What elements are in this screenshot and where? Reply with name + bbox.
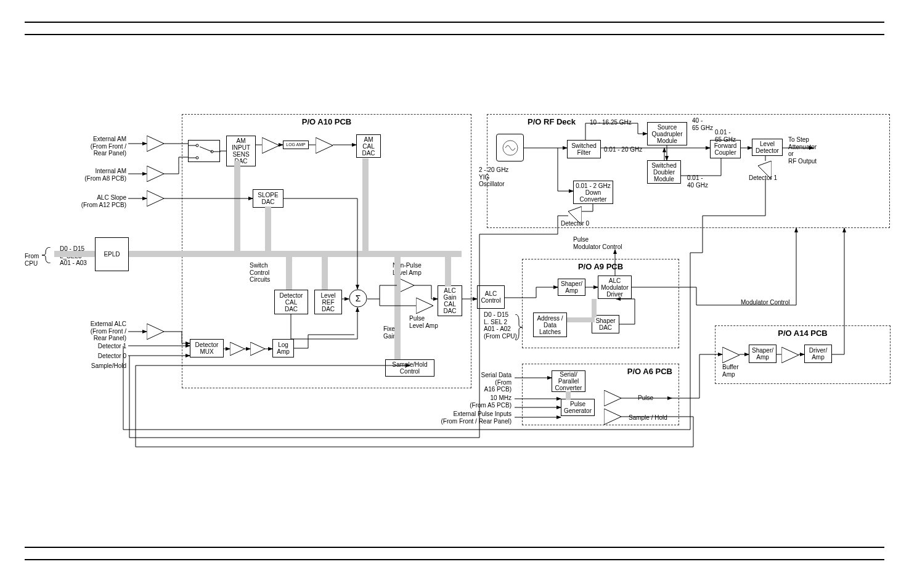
box-lev-det: LevelDetector (752, 139, 783, 156)
label-pulse-wire: Pulse (638, 394, 653, 402)
box-sh-ctrl: Sample/HoldControl (385, 359, 434, 377)
label-mod-ctrl: Modulator Control (741, 299, 789, 306)
box-alc-ctrl: ALCControl (477, 285, 505, 309)
label-ext-am: External AM(From Front /Rear Panel) (46, 136, 126, 157)
label-rfdet1: Detector 1 (749, 174, 777, 182)
box-det-cal-dac: DetectorCALDAC (274, 290, 308, 314)
label-sh: Sample/Hold (68, 362, 126, 370)
svg-point-3 (196, 144, 198, 147)
svg-marker-10 (316, 137, 333, 153)
box-am-input-dac: AMINPUTSENSDAC (226, 136, 256, 166)
label-det1: Detector 1 (62, 343, 126, 350)
svg-marker-19 (604, 390, 621, 406)
label-buf-amp: BufferAmp (722, 364, 739, 378)
svg-marker-20 (604, 409, 621, 425)
amp-pulse-out (604, 390, 621, 406)
amp-alc-slope (147, 190, 164, 206)
bus-branch6 (445, 253, 451, 287)
amp-am-stage2 (316, 137, 333, 153)
label-d0d15: D0 - D15L. SEL 2A01 - A02(From CPU) (484, 311, 517, 340)
label-freq-001-65: 0.01 -65 GHz (715, 129, 736, 143)
svg-marker-9 (262, 137, 279, 153)
box-serial-par: Serial/ParallelConverter (552, 370, 585, 392)
box-sw-filter: SwitchedFilter (567, 140, 601, 158)
label-freq-001-20: 0.01 - 20 GHz (604, 146, 642, 153)
switch-am (188, 140, 220, 162)
page-rule-bot (25, 559, 884, 560)
svg-marker-15 (416, 298, 433, 314)
box-down-conv: 0.01 - 2 GHzDownConverter (573, 181, 613, 204)
bus-a9 (567, 317, 595, 322)
brace-cpu (42, 247, 53, 263)
amp-pulse-level (416, 298, 433, 314)
label-int-am: Internal AM(From A8 PCB) (52, 168, 126, 182)
label-10mhz: 10 MHz(From A5 PCB) (441, 394, 512, 409)
label-det0: Detector 0 (62, 353, 126, 360)
summer: Σ (349, 289, 367, 310)
group-a10-title: P/O A10 PCB (302, 117, 351, 126)
svg-point-5 (196, 157, 198, 159)
box-log-amp: LOG AMP (283, 141, 309, 149)
label-ext-pulse: External Pulse Inputs(From Front / Rear … (428, 410, 512, 425)
block-diagram: P/O A10 PCB P/O RF Deck P/O A9 PCB P/O A… (99, 114, 894, 459)
group-a14: P/O A14 PCB (715, 325, 891, 384)
bus-branch1 (234, 161, 240, 257)
svg-text:Σ: Σ (356, 293, 361, 303)
box-sw-doubler: SwitchedDoublerModule (647, 160, 681, 184)
box-lev-ref-dac: LevelREFDAC (314, 290, 342, 314)
group-rfdeck: P/O RF Deck (487, 114, 890, 228)
box-epld: EPLD (95, 237, 129, 271)
label-rfdet0: Detector 0 (561, 220, 589, 227)
amp-a14-mid (781, 347, 799, 363)
group-a14-title: P/O A14 PCB (778, 329, 827, 338)
box-alc-mod-driver: ALCModulatorDriver (598, 276, 632, 299)
amp-am-stage (262, 137, 279, 153)
label-sample-hold-wire: Sample / Hold (629, 414, 667, 422)
svg-marker-17 (230, 342, 245, 356)
svg-marker-21 (722, 347, 740, 363)
box-a14-driver: Driver/Amp (804, 345, 832, 363)
amp-log-in (250, 342, 265, 356)
box-slope-dac: SLOPEDAC (253, 189, 283, 208)
bus-branch4 (286, 253, 292, 290)
page-rule-bot2 (25, 547, 884, 548)
page-rule-top (25, 22, 884, 23)
box-addr-latches: Address /DataLatches (533, 312, 567, 337)
amp-int-am (147, 166, 164, 182)
svg-marker-16 (147, 324, 164, 340)
group-a6-title: P/O A6 PCB (627, 367, 672, 376)
label-ext-alc: External ALC(From Front /Rear Panel) (46, 321, 126, 342)
group-a9-title: P/O A9 PCB (578, 262, 623, 271)
box-am-cal-dac: AMCALDAC (356, 134, 381, 158)
group-rfdeck-title: P/O RF Deck (528, 117, 576, 126)
svg-marker-11 (147, 190, 164, 206)
svg-marker-18 (250, 342, 265, 356)
label-yig: 2 - 20 GHzYIGOscillator (479, 166, 508, 188)
box-alc-gain-dac: ALCGainCALDAC (438, 285, 462, 316)
bus-cpu (54, 251, 95, 257)
bus-a6v (566, 391, 571, 400)
sine-source-icon (496, 134, 524, 161)
amp-ext-am (147, 136, 164, 152)
svg-marker-1 (147, 166, 164, 182)
brace-a9 (515, 314, 524, 340)
page-rule-top2 (25, 34, 884, 35)
box-src-quad: SourceQuadruplerModule (647, 122, 687, 145)
label-freq-001-40: 0.01 -40 GHz (687, 174, 708, 189)
bus-branch5 (322, 253, 328, 290)
box-a14-shaper: Shaper/Amp (749, 345, 777, 363)
box-pulse-gen: PulseGenerator (561, 399, 595, 416)
label-alc-slope: ALC Slope(From A12 PCB) (46, 194, 126, 208)
label-from-cpu: FromCPU (25, 253, 43, 267)
amp-mux-out (230, 342, 245, 356)
amp-a14-buf (722, 347, 740, 363)
label-serial-data: Serial Data(FromA16 PCB) (468, 372, 512, 393)
label-to-step: To StepAttenuatororRF Output (788, 136, 817, 165)
bus-branch2 (265, 206, 271, 257)
label-freq-10-16: 10 - 16.25 GHz (590, 119, 632, 126)
box-shaper-amp-a9: Shaper/Amp (558, 279, 585, 296)
bus-branch-sh (394, 253, 401, 359)
svg-marker-0 (147, 136, 164, 152)
box-shaper-dac: ShaperDAC (592, 315, 619, 333)
bus-branch3 (362, 158, 369, 257)
